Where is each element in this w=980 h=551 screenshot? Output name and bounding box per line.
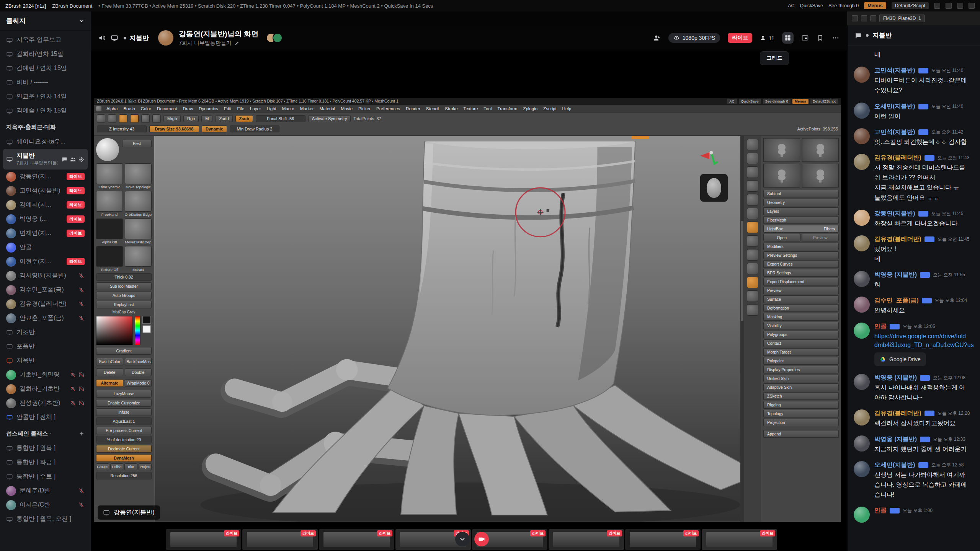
message-author[interactable]: 오세민(지블반) — [874, 103, 915, 111]
zbrush-toolbar-icon[interactable] — [141, 114, 150, 123]
shelf-icon[interactable] — [747, 290, 758, 302]
chat-avatar[interactable] — [854, 154, 870, 170]
palette-button[interactable]: Groups — [96, 463, 109, 470]
sidebar-item-channel[interactable]: 쉐이더요청-ta우... — [3, 135, 88, 149]
zbrush-toolbar-icon[interactable] — [152, 114, 161, 123]
tool-thumbnail[interactable] — [763, 138, 800, 162]
message-author[interactable]: 강동연(지블반) — [874, 210, 915, 218]
brush-tile[interactable]: TrimDynamic — [96, 163, 123, 189]
zbrush-toolbar-control[interactable]: Dynamic — [202, 126, 227, 132]
zbrush-menu-item[interactable]: Material — [317, 106, 338, 111]
stream-thumbnail[interactable]: 라이브 — [319, 529, 394, 550]
zbrush-menu-item[interactable]: Render — [403, 106, 423, 111]
palette-button[interactable]: Enable Customize — [96, 399, 152, 407]
chat-avatar[interactable] — [854, 67, 870, 83]
sidebar-item-selected[interactable]: 지블반7회차 나무밑동만들기 — [3, 149, 88, 170]
shelf-icon[interactable] — [747, 235, 758, 247]
tool-palette-section[interactable]: ZSketch — [763, 392, 839, 400]
sidebar-item-channel[interactable]: 길희라/연차 15일 — [3, 47, 88, 61]
palette-button[interactable]: DynaMesh — [96, 454, 152, 462]
more-options-button[interactable] — [832, 34, 840, 42]
voice-member-row[interactable]: 김유경(블레더반) — [3, 297, 88, 311]
hue-strip[interactable] — [135, 316, 140, 345]
grid-view-button[interactable] — [782, 32, 794, 44]
fibermesh-button[interactable]: Open — [763, 234, 800, 241]
swatch-white[interactable] — [142, 325, 151, 333]
zbrush-menu-item[interactable]: Movie — [338, 106, 355, 111]
link-preview-card[interactable]: Google Drive — [874, 352, 926, 366]
voice-member-row[interactable]: 이지은/C반 — [3, 498, 88, 512]
chat-avatar[interactable] — [854, 103, 870, 119]
voice-member-row[interactable]: 기초반_최민영 — [3, 368, 88, 382]
tool-palette-section[interactable]: Deformation — [763, 304, 839, 312]
chat-icon[interactable] — [61, 156, 68, 163]
zbrush-titlebar-button[interactable]: Menus — [792, 99, 808, 104]
brush-tile[interactable]: Move Topologic — [125, 163, 152, 189]
stream-thumbnail[interactable]: 라이브 — [549, 529, 624, 550]
message-author[interactable]: 안콜 — [874, 323, 887, 331]
fibermesh-button[interactable]: Preview — [802, 234, 839, 241]
canvas-scrollbar-handle[interactable] — [741, 221, 743, 321]
voice-member-row[interactable]: 박영웅 (...라이브 — [3, 212, 88, 226]
stream-thumbnail[interactable]: 라이브 — [166, 529, 241, 550]
zbrush-menu-item[interactable]: Dynamics — [196, 106, 220, 111]
message-author[interactable]: 박영웅 (지블반) — [874, 435, 917, 443]
zbrush-toolbar-icon[interactable] — [97, 114, 105, 123]
color-gradient-square[interactable] — [96, 316, 133, 345]
palette-button[interactable]: Gradient — [96, 347, 152, 355]
zbrush-menu-item[interactable]: Zplugin — [520, 106, 540, 111]
sidebar-item-channel[interactable]: 지옥주-업무보고 — [3, 33, 88, 47]
palette-button[interactable]: Blur — [124, 463, 137, 470]
host-layout-icon[interactable] — [946, 3, 952, 9]
speaker-icon[interactable] — [98, 34, 106, 42]
invite-person-icon[interactable] — [653, 34, 661, 42]
brush-tile[interactable]: Extract — [125, 246, 152, 272]
shelf-icon[interactable] — [747, 194, 758, 205]
zbrush-titlebar-button[interactable]: QuickSave — [739, 99, 761, 104]
zbrush-toolbar-control[interactable]: Mrgb — [163, 115, 181, 122]
sidebar-item-channel[interactable]: 바비 / ------- — [3, 75, 88, 90]
tool-palette-section[interactable]: Morph Target — [763, 348, 839, 356]
host-layout-icon[interactable] — [957, 3, 963, 9]
tool-palette-section[interactable]: Preview — [763, 287, 839, 294]
palette-slider[interactable]: AdjustLast 1 — [96, 417, 152, 425]
palette-button[interactable]: LazyMouse — [96, 390, 152, 398]
palette-button[interactable]: BackfaceMask — [125, 358, 152, 365]
voice-member-row[interactable]: 김서영B (지블반) — [3, 269, 88, 283]
zbrush-menu-item[interactable]: Light — [264, 106, 279, 111]
host-layout-icon[interactable] — [969, 3, 975, 9]
host-layout-icon[interactable] — [934, 3, 940, 9]
picture-in-picture-button[interactable] — [801, 34, 809, 42]
zbrush-menu-item[interactable]: Alpha — [104, 106, 120, 111]
tool-palette-section[interactable]: FiberMesh — [763, 216, 839, 224]
shelf-icon[interactable] — [747, 166, 758, 178]
participant-avatar[interactable] — [273, 33, 283, 43]
palette-button[interactable]: Decimate Current — [96, 445, 152, 453]
sidebar-item-channel[interactable]: 지옥반 — [3, 354, 88, 368]
sidebar-item-channel[interactable]: 통합반 [ 화금 ] — [3, 455, 88, 469]
host-seethrough-slider[interactable]: See-through 0 — [828, 3, 859, 8]
palette-slider[interactable]: Resolution 256 — [96, 472, 152, 479]
tool-palette-section[interactable]: Display Properties — [763, 366, 839, 373]
message-author[interactable]: 김유경(블레더반) — [874, 154, 921, 162]
sidebar-item-channel[interactable]: 통합반 [ 수토 ] — [3, 469, 88, 484]
pencil-icon[interactable] — [234, 41, 240, 46]
chat-header[interactable]: 지블반 — [848, 25, 980, 46]
zbrush-titlebar-button[interactable]: AC — [727, 99, 737, 104]
stream-quality-pill[interactable]: 1080p 30FPS — [668, 33, 720, 43]
swatch-black[interactable] — [142, 316, 151, 324]
zbrush-menu-item[interactable]: Layer — [247, 106, 264, 111]
host-shelf-icon[interactable] — [852, 15, 858, 21]
shelf-icon[interactable] — [747, 208, 758, 219]
palette-button[interactable]: Project — [139, 463, 152, 470]
voice-member-row[interactable]: 안콜 — [3, 240, 88, 254]
zbrush-titlebar-button[interactable]: See-through 0 — [763, 99, 791, 104]
voice-member-row[interactable]: 변재연(지...라이브 — [3, 226, 88, 240]
chat-avatar[interactable] — [854, 271, 870, 287]
host-tool-tab[interactable]: FM3D_Plane3D_1 — [879, 15, 925, 22]
palette-button[interactable]: WrapMode 0 — [125, 379, 152, 387]
camera-view-thumbnail[interactable] — [700, 174, 728, 202]
tool-palette-section[interactable]: Surface — [763, 295, 839, 303]
append-button[interactable]: Append — [763, 430, 839, 438]
stream-thumbnail[interactable]: 라이브 — [625, 529, 701, 550]
